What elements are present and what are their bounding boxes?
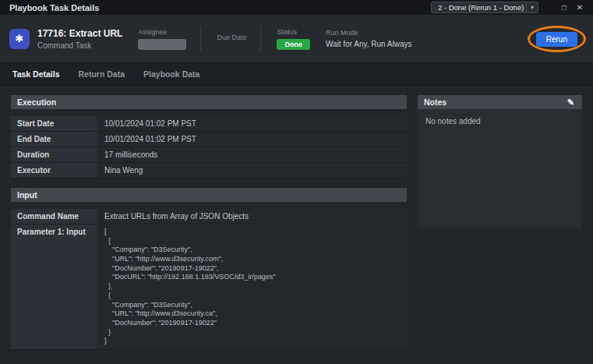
status-field: Status Done: [277, 28, 310, 50]
rerun-button-wrap: Rerun: [536, 31, 577, 47]
maximize-icon[interactable]: □: [557, 0, 571, 15]
notes-body: No notes added: [418, 109, 582, 228]
notes-title: Notes: [424, 97, 447, 107]
table-row: Executor Nina Weng: [11, 163, 407, 178]
parameter-json-value: [ { "Company": "D3Security", "URL": "htt…: [104, 228, 399, 346]
row-value: 10/01/2024 01:02 PM PST: [97, 116, 407, 131]
run-mode-value: Wait for Any, Run Always: [326, 40, 412, 48]
chevron-down-icon: ▾: [526, 2, 538, 12]
row-label: Duration: [11, 147, 97, 162]
window-title: Playbook Task Details: [9, 3, 99, 12]
row-label: Parameter 1: Input: [11, 224, 97, 349]
assignee-input[interactable]: [138, 39, 186, 50]
table-row: End Date 10/01/2024 01:02 PM PST: [11, 132, 407, 147]
edit-notes-icon[interactable]: ✎: [567, 97, 576, 108]
execution-table: Start Date 10/01/2024 01:02 PM PST End D…: [11, 116, 407, 178]
titlebar-controls: 2 - Done (Rerun 1 - Done) ▾ □ ✕: [431, 0, 587, 15]
table-row: Parameter 1: Input [ { "Company": "D3Sec…: [11, 224, 407, 350]
row-label: Executor: [11, 163, 97, 178]
table-row: Duration 17 milliseconds: [11, 147, 407, 163]
task-title: 17716: Extract URL: [37, 28, 122, 39]
details-column: Execution Start Date 10/01/2024 01:02 PM…: [11, 95, 407, 355]
assignee-field: Assignee: [138, 28, 186, 50]
status-badge: Done: [277, 39, 310, 50]
close-icon[interactable]: ✕: [573, 0, 587, 15]
run-mode-label: Run Mode: [326, 29, 412, 37]
tabbar: Task Details Return Data Playbook Data: [0, 62, 593, 86]
table-row: Start Date 10/01/2024 01:02 PM PST: [11, 116, 407, 132]
rerun-history-value: 2 - Done (Rerun 1 - Done): [438, 3, 524, 12]
assignee-label: Assignee: [138, 28, 186, 36]
row-value: [ { "Company": "D3Security", "URL": "htt…: [97, 224, 407, 349]
tab-task-details[interactable]: Task Details: [3, 62, 69, 86]
titlebar: Playbook Task Details 2 - Done (Rerun 1 …: [0, 0, 593, 15]
rerun-button[interactable]: Rerun: [536, 32, 577, 47]
due-date-field: Due Date: [217, 34, 246, 44]
content-area: Execution Start Date 10/01/2024 01:02 PM…: [0, 86, 593, 364]
row-value: Extract URLs from Array of JSON Objects: [97, 209, 407, 224]
run-mode-field: Run Mode Wait for Any, Run Always: [326, 29, 412, 48]
execution-section-header: Execution: [11, 95, 407, 109]
row-value: Nina Weng: [97, 163, 407, 178]
window-buttons: □ ✕: [557, 0, 587, 15]
row-label: Start Date: [11, 116, 97, 131]
due-date-label: Due Date: [217, 34, 246, 41]
status-label: Status: [277, 28, 310, 36]
notes-empty-text: No notes added: [425, 117, 481, 125]
notes-section-header: Notes ✎: [418, 95, 582, 109]
table-row: Command Name Extract URLs from Array of …: [11, 209, 407, 224]
task-type-label: Command Task: [37, 41, 122, 50]
row-value: 10/01/2024 01:02 PM PST: [97, 132, 407, 147]
playbook-task-details-window: Playbook Task Details 2 - Done (Rerun 1 …: [0, 0, 593, 364]
divider: [260, 27, 261, 51]
input-table: Command Name Extract URLs from Array of …: [11, 209, 407, 350]
rerun-history-dropdown[interactable]: 2 - Done (Rerun 1 - Done) ▾: [431, 2, 538, 13]
row-label: End Date: [11, 132, 97, 147]
tab-playbook-data[interactable]: Playbook Data: [134, 62, 209, 86]
row-label: Command Name: [11, 209, 97, 224]
task-header: ✱ 17716: Extract URL Command Task Assign…: [0, 15, 593, 62]
notes-column: Notes ✎ No notes added: [418, 95, 582, 355]
divider: [200, 27, 201, 51]
row-value: 17 milliseconds: [97, 147, 407, 162]
input-section-header: Input: [11, 188, 407, 202]
tab-return-data[interactable]: Return Data: [69, 62, 135, 86]
command-task-icon: ✱: [9, 29, 30, 49]
task-title-block: 17716: Extract URL Command Task: [37, 28, 122, 50]
